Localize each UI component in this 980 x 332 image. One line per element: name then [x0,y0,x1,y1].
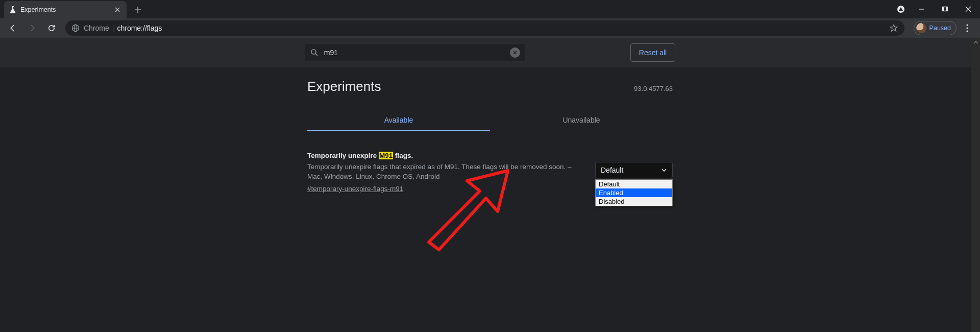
profile-label: Paused [929,25,951,32]
option-disabled[interactable]: Disabled [596,197,672,206]
page-viewport: Reset all Experiments 93.0.4577.63 Avail… [0,38,980,332]
window-titlebar: Experiments [0,0,980,18]
flag-entry: Temporarily unexpire M91 flags. Temporar… [307,152,673,193]
svg-point-5 [966,24,968,26]
chevron-down-icon [661,167,667,173]
chrome-version: 93.0.4577.63 [634,85,673,92]
flask-icon [9,6,16,13]
search-highlight: M91 [379,152,393,159]
address-bar[interactable]: Chrome | chrome://flags [65,20,904,36]
flag-select-value: Default [601,166,623,174]
flag-description: Temporarily unexpire flags that expired … [307,162,585,182]
bookmark-star-icon[interactable] [889,23,898,33]
flags-content: Experiments 93.0.4577.63 Available Unava… [307,38,673,332]
extension-icon[interactable] [892,0,910,18]
window-close-button[interactable] [957,0,980,18]
option-default[interactable]: Default [596,180,672,188]
scrollbar-track[interactable] [971,38,980,332]
new-tab-button[interactable] [131,3,145,17]
flags-tab-row: Available Unavailable [307,110,673,131]
reload-button[interactable] [43,20,60,36]
profile-chip[interactable]: Paused [914,21,957,35]
avatar-icon [916,23,926,33]
svg-rect-2 [944,7,948,11]
tab-available[interactable]: Available [307,110,490,131]
browser-tab-active[interactable]: Experiments [4,1,127,18]
flag-select[interactable]: Default Default Enabled Disabled [595,162,673,178]
scrollbar-up-icon[interactable] [971,38,980,46]
flag-select-display[interactable]: Default [595,162,673,178]
tab-strip: Experiments [0,0,145,18]
page-title: Experiments [307,79,381,94]
flag-title: Temporarily unexpire M91 flags. [307,152,585,159]
back-button[interactable] [4,20,21,36]
window-minimize-button[interactable] [910,0,933,18]
address-host: Chrome [84,24,109,32]
svg-point-7 [966,30,968,32]
option-enabled[interactable]: Enabled [596,188,672,197]
window-controls [892,0,980,18]
flag-select-dropdown[interactable]: Default Enabled Disabled [595,179,673,206]
site-info-icon[interactable] [71,24,80,32]
forward-button[interactable] [23,20,41,36]
browser-toolbar: Chrome | chrome://flags Paused [0,18,980,38]
address-path: chrome://flags [117,24,162,32]
browser-menu-button[interactable] [959,20,976,36]
tab-title: Experiments [20,6,109,13]
flag-anchor-link[interactable]: #temporary-unexpire-flags-m91 [307,185,403,193]
svg-point-6 [966,27,968,29]
address-text: Chrome | chrome://flags [84,24,885,32]
tab-unavailable[interactable]: Unavailable [490,110,673,131]
svg-rect-1 [943,7,947,11]
tab-close-icon[interactable] [113,6,121,14]
window-maximize-button[interactable] [933,0,957,18]
